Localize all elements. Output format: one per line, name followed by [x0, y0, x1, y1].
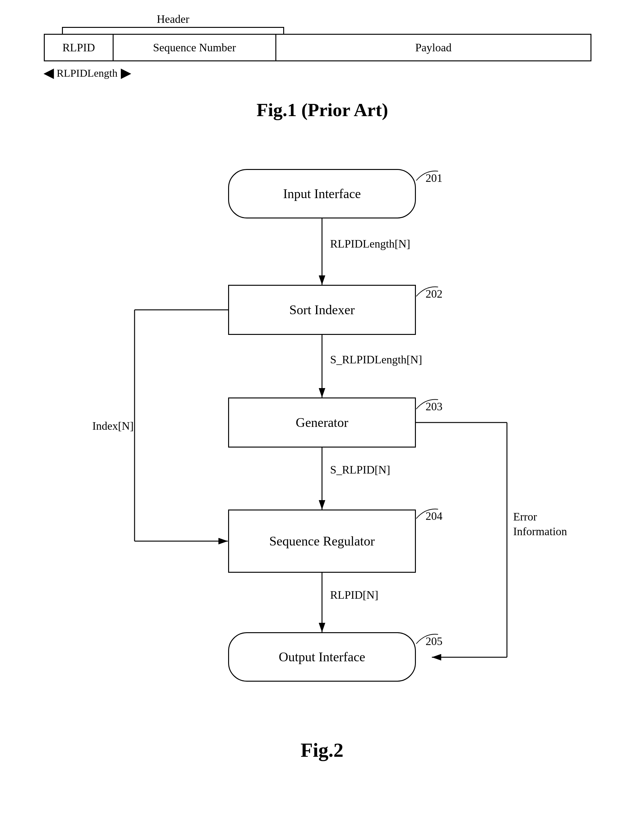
cell-sequence-number: Sequence Number: [114, 35, 276, 60]
label-rlpid-n: RLPID[N]: [330, 588, 378, 602]
header-label: Header: [62, 13, 284, 27]
diagram-svg: [0, 150, 644, 808]
fig2-section: Input Interface 201 RLPIDLength[N] Sort …: [0, 150, 644, 762]
ref-204: 204: [426, 510, 443, 523]
ref-201: 201: [426, 171, 443, 185]
page: Header RLPID Sequence Number Payload ◀ R…: [0, 0, 644, 830]
ref-203: 203: [426, 400, 443, 413]
ref-205: 205: [426, 635, 443, 648]
label-error-information: ErrorInformation: [513, 510, 567, 539]
diagram-container: Input Interface 201 RLPIDLength[N] Sort …: [0, 150, 644, 808]
packet-diagram: RLPID Sequence Number Payload: [44, 34, 592, 61]
rlpid-length-label: RLPIDLength: [57, 67, 118, 79]
input-interface-node: Input Interface: [228, 169, 416, 219]
sort-indexer-node: Sort Indexer: [228, 285, 416, 335]
header-bracket-line: [62, 27, 284, 34]
label-s-rlpid-n: S_RLPID[N]: [330, 463, 390, 476]
arrow-right-icon: ▶: [121, 66, 130, 81]
output-interface-node: Output Interface: [228, 632, 416, 682]
ref-202: 202: [426, 287, 443, 301]
cell-payload: Payload: [276, 35, 590, 60]
sequence-regulator-node: Sequence Regulator: [228, 510, 416, 573]
cell-rlpid: RLPID: [45, 35, 114, 60]
generator-node: Generator: [228, 398, 416, 448]
label-rlpidlength-n: RLPIDLength[N]: [330, 237, 410, 250]
fig1-title: Fig.1 (Prior Art): [25, 99, 620, 121]
arrow-left-icon: ◀: [44, 66, 54, 81]
rlpid-length-row: ◀ RLPIDLength ▶: [44, 66, 620, 81]
fig1-section: Header RLPID Sequence Number Payload ◀ R…: [25, 13, 620, 121]
label-index-n: Index[N]: [92, 420, 134, 432]
label-s-rlpidlength-n: S_RLPIDLength[N]: [330, 353, 422, 366]
